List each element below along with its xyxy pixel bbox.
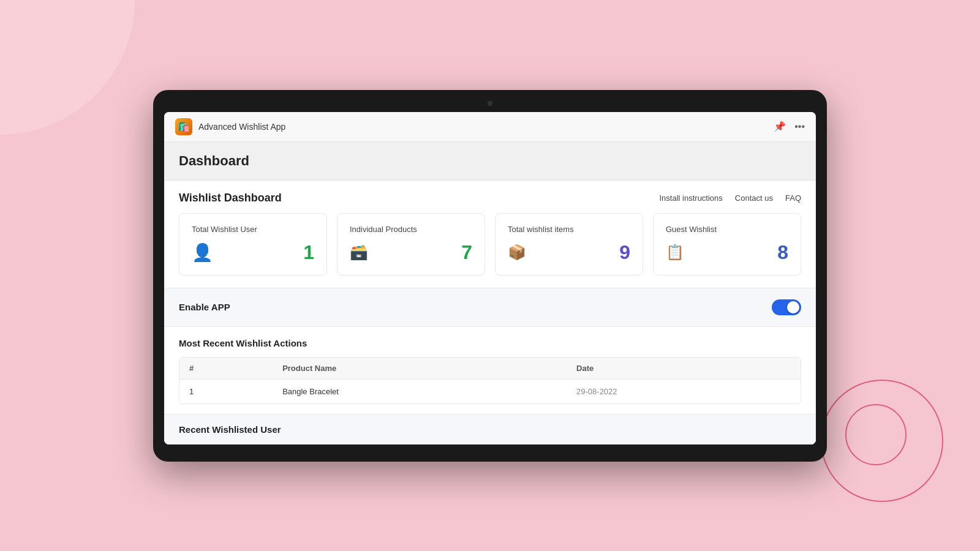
stat-title-guest-wishlist: Guest Wishlist (666, 225, 788, 234)
device-camera (488, 101, 492, 106)
stat-body-individual-products: 🗃️ 7 (350, 241, 472, 264)
recent-actions-table: # Product Name Date 1 Bangle Bracelet 29… (179, 358, 801, 403)
stat-value-individual-products: 7 (461, 241, 472, 264)
toggle-knob (787, 301, 799, 313)
faq-link[interactable]: FAQ (785, 193, 801, 203)
bg-decoration-triangle (0, 0, 135, 135)
bg-decoration-circle-inner (845, 404, 907, 465)
wishlist-bar: Wishlist Dashboard Install instructions … (164, 181, 816, 213)
device-frame: 🛍️ Advanced Wishlist App 📌 ••• Dashboard… (153, 90, 827, 462)
app-topbar-left: 🛍️ Advanced Wishlist App (175, 118, 285, 135)
table-header-row: # Product Name Date (179, 358, 801, 380)
app-topbar: 🛍️ Advanced Wishlist App 📌 ••• (164, 112, 816, 142)
stat-value-total-wishlist-items: 9 (619, 241, 630, 264)
more-options-icon[interactable]: ••• (794, 121, 805, 132)
stat-card-guest-wishlist: Guest Wishlist 📋 8 (653, 213, 801, 276)
main-content: Wishlist Dashboard Install instructions … (164, 181, 816, 444)
recent-actions-section: Most Recent Wishlist Actions # Product N… (164, 327, 816, 404)
stat-card-individual-products: Individual Products 🗃️ 7 (337, 213, 485, 276)
app-topbar-right: 📌 ••• (774, 121, 805, 132)
dashboard-header-title: Dashboard (179, 153, 801, 169)
pin-icon[interactable]: 📌 (774, 121, 786, 132)
wishlist-items-icon: 📦 (508, 244, 526, 261)
guest-wishlist-icon: 📋 (666, 244, 684, 261)
app-logo-emoji: 🛍️ (178, 121, 190, 132)
stat-title-total-wishlist-items: Total wishlist items (508, 225, 630, 234)
app-logo: 🛍️ (175, 118, 192, 135)
stat-title-total-wishlist-user: Total Wishlist User (192, 225, 314, 234)
stat-body-total-wishlist-items: 📦 9 (508, 241, 630, 264)
enable-app-label: Enable APP (179, 302, 230, 312)
stat-body-total-wishlist-user: 👤 1 (192, 241, 314, 264)
table-row: 1 Bangle Bracelet 29-08-2022 (179, 379, 801, 403)
contact-us-link[interactable]: Contact us (735, 193, 773, 203)
col-header-num: # (179, 358, 273, 380)
cell-product-name: Bangle Bracelet (273, 379, 567, 403)
stat-card-total-wishlist-items: Total wishlist items 📦 9 (495, 213, 643, 276)
stat-title-individual-products: Individual Products (350, 225, 472, 234)
dashboard-header: Dashboard (164, 142, 816, 181)
stat-value-total-wishlist-user: 1 (303, 241, 314, 264)
install-instructions-link[interactable]: Install instructions (660, 193, 723, 203)
col-header-date: Date (567, 358, 801, 380)
recent-wishlisted-user-section: Recent Wishlisted User (164, 414, 816, 444)
col-header-product-name: Product Name (273, 358, 567, 380)
recent-actions-table-container: # Product Name Date 1 Bangle Bracelet 29… (179, 357, 801, 404)
user-icon: 👤 (192, 242, 213, 263)
cell-date: 29-08-2022 (567, 379, 801, 403)
stat-value-guest-wishlist: 8 (777, 241, 788, 264)
wishlist-page-title: Wishlist Dashboard (179, 192, 282, 204)
enable-app-toggle[interactable] (772, 299, 801, 315)
cell-num: 1 (179, 379, 273, 403)
stats-grid: Total Wishlist User 👤 1 Individual Produ… (164, 213, 816, 288)
wishlist-bar-links: Install instructions Contact us FAQ (660, 193, 802, 203)
stat-body-guest-wishlist: 📋 8 (666, 241, 788, 264)
enable-app-section: Enable APP (164, 288, 816, 327)
products-icon: 🗃️ (350, 244, 368, 261)
recent-wishlisted-user-title: Recent Wishlisted User (179, 424, 801, 435)
device-screen: 🛍️ Advanced Wishlist App 📌 ••• Dashboard… (164, 112, 816, 444)
stat-card-total-wishlist-user: Total Wishlist User 👤 1 (179, 213, 327, 276)
app-title-text: Advanced Wishlist App (198, 122, 285, 132)
recent-actions-title: Most Recent Wishlist Actions (179, 338, 801, 348)
